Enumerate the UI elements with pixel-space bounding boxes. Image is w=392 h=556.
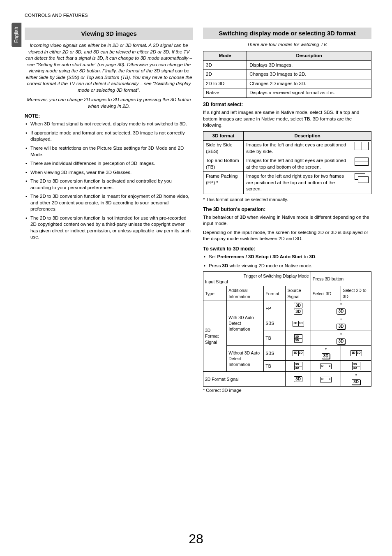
result-3d-icon: 3D	[322, 353, 330, 359]
trigger-head: Trigger of Switching Display Mode	[205, 273, 309, 279]
result-3d-icon: 3D	[337, 308, 345, 314]
source-2d-icon: 3D	[294, 376, 302, 382]
note-item: If appropriate mode and format are not s…	[25, 130, 193, 143]
fmt-fp: FP	[264, 301, 286, 316]
fmt-desc: Images for the left and right eyes are p…	[244, 141, 352, 156]
sbs-icon	[355, 142, 369, 150]
format-table: 3D format Description Side by Side (SBS)…	[203, 131, 371, 194]
button-op-heading: The 3D button's operation:	[203, 206, 371, 213]
row-2d: 2D Format Signal	[203, 372, 286, 387]
note-item: The 2D to 3D conversion function is mean…	[25, 193, 193, 213]
right-intro: There are four modes for watching TV.	[203, 42, 371, 48]
text-bold: 3D	[309, 254, 315, 259]
text: Press	[209, 263, 222, 268]
source-fp-icon: 3D 3D	[294, 302, 302, 315]
complex-footnote: * Correct 3D image	[203, 387, 371, 394]
star-icon: *	[340, 318, 342, 322]
section-title-left: Viewing 3D images	[25, 28, 193, 40]
note-heading: NOTE:	[25, 113, 193, 119]
fmt-sbs: SBS	[264, 346, 286, 361]
source-sbs-icon: 3D3D	[293, 321, 304, 327]
input-signal-label: Input Signal	[205, 279, 309, 285]
format-footnote: * This format cannot be selected manuall…	[203, 197, 371, 203]
text-bold: Preferences / 3D Setup / 3D Auto Start	[217, 254, 302, 259]
note-item: There will be restrictions on the Pictur…	[25, 145, 193, 158]
note-item: The 2D to 3D conversion function is acti…	[25, 178, 193, 191]
result-3d-icon: 3D	[337, 338, 345, 344]
mode-cell: Displays a received signal format as it …	[247, 88, 371, 98]
star-icon: *	[325, 348, 327, 352]
star-icon: *	[355, 373, 357, 378]
section-title-right: Switching display mode or selecting 3D f…	[203, 28, 371, 39]
text: while viewing 2D mode or Native mode.	[228, 263, 312, 268]
fmt-tb: TB	[264, 361, 286, 372]
result-sbs-icon: 3D3D	[350, 350, 362, 356]
note-list: When 3D format signal is not received, d…	[25, 121, 193, 240]
mode-cell: 2D	[203, 70, 247, 79]
with-ad: With 3D Auto Detect Information	[227, 301, 264, 345]
result-d3-icon: D3	[320, 364, 332, 369]
mode-cell: 3D	[203, 60, 247, 70]
group-3d: 3D Format Signal	[203, 301, 227, 372]
col-sel2dto3d: Select 2D to 3D	[341, 286, 371, 301]
fp-icon	[355, 173, 369, 183]
source-sbs-icon: 3D3D	[293, 350, 304, 356]
fmt-th: Description	[244, 131, 371, 141]
note-item: When viewing 3D images, wear the 3D Glas…	[25, 169, 193, 176]
col-format: Format	[264, 286, 286, 301]
breadcrumb: CONTROLS AND FEATURES	[25, 12, 371, 20]
switch-item: Press 3D while viewing 2D mode or Native…	[203, 263, 371, 269]
mode-cell: Native	[203, 88, 247, 98]
format-select-body: If a right and left images are same in N…	[203, 109, 371, 129]
fmt-desc: Image for the left and right eyes for tw…	[244, 172, 352, 194]
mode-th: Description	[247, 51, 371, 61]
mode-cell: Changes 3D images to 2D.	[247, 70, 371, 79]
col-sel3d: Select 3D	[311, 286, 341, 301]
result-3d-icon: 3D	[337, 324, 345, 329]
mode-cell: Displays 3D images.	[247, 60, 371, 70]
result-tb-icon: 3D3D	[352, 362, 360, 370]
mode-table: Mode Description 3DDisplays 3D images. 2…	[203, 51, 371, 98]
button-op-body1: The behaviour of 3D when viewing in Nati…	[203, 214, 371, 227]
left-intro: Incoming video signals can either be in …	[25, 42, 193, 93]
star-icon: *	[340, 333, 342, 337]
text-bold: 3D	[240, 215, 246, 220]
star-icon: *	[340, 303, 342, 307]
text: to	[302, 254, 309, 259]
switch-list: Set Preferences / 3D Setup / 3D Auto Sta…	[203, 254, 371, 269]
fmt-name: Frame Packing (FP) *	[203, 172, 244, 194]
text: Set	[209, 254, 217, 259]
text: The behaviour of	[203, 215, 240, 220]
text: .	[315, 254, 316, 259]
fmt-sbs: SBS	[264, 316, 286, 331]
mode-cell: Changes 2D images to 3D.	[247, 79, 371, 88]
switching-table: Trigger of Switching Display Mode Input …	[203, 271, 371, 387]
note-item: The 2D to 3D conversion function is not …	[25, 215, 193, 241]
note-item: When 3D format signal is not received, d…	[25, 121, 193, 127]
source-tb-icon: 3D3D	[294, 362, 302, 370]
without-ad: Without 3D Auto Detect Information	[227, 346, 264, 372]
col-source: Source Signal	[286, 286, 311, 301]
fmt-desc: Images for the left and right eyes are p…	[244, 156, 352, 172]
switch-item: Set Preferences / 3D Setup / 3D Auto Sta…	[203, 254, 371, 260]
mode-cell: 2D to 3D	[203, 79, 247, 88]
fmt-name: Side by Side (SBS)	[203, 141, 244, 156]
col-type: Type	[203, 286, 227, 301]
left-intro-2: Moreover, you can change 2D images to 3D…	[25, 97, 193, 109]
left-column: Viewing 3D images Incoming video signals…	[25, 28, 193, 395]
right-column: Switching display mode or selecting 3D f…	[203, 28, 371, 395]
press-head: Press 3D button	[311, 272, 371, 286]
result-3d-icon: 3D	[352, 379, 360, 385]
text-bold: 3D	[222, 263, 228, 268]
page-number: 28	[0, 530, 392, 548]
fmt-tb: TB	[264, 331, 286, 345]
tb-icon	[355, 158, 369, 166]
fmt-th: 3D format	[203, 131, 244, 141]
result-d3-icon: D3	[320, 377, 332, 382]
fmt-name: Top and Bottom (TB)	[203, 156, 244, 172]
source-tb-icon: 3D3D	[294, 334, 302, 343]
col-addl: Additional Information	[227, 286, 264, 301]
mode-th: Mode	[203, 51, 247, 61]
button-op-body2: Depending on the input mode, the screen …	[203, 229, 371, 242]
language-tab: English	[12, 23, 21, 47]
